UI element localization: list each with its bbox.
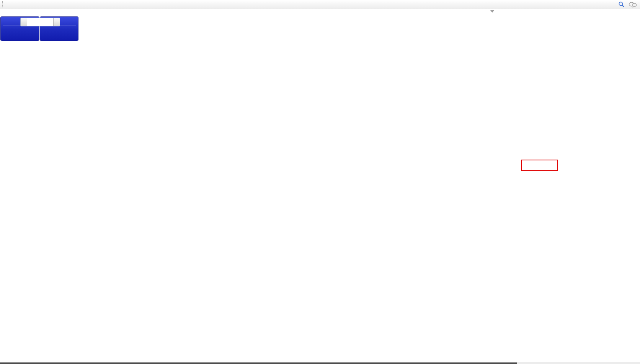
volume-input[interactable] [27,18,53,26]
toolbar-right [618,1,637,8]
volume-increase-button[interactable] [53,18,60,26]
chart-canvas[interactable] [0,0,640,364]
one-click-trading-panel [1,17,78,41]
toolbar [0,0,640,9]
price-callout-131433[interactable] [521,160,558,171]
chart-shift-marker-icon[interactable] [490,10,494,13]
volume-stepper [20,18,60,26]
volume-decrease-button[interactable] [21,18,27,26]
chat-icon[interactable] [629,2,637,8]
scrollbar-thumb[interactable] [0,362,517,364]
toolbar-separator [2,1,3,8]
chart-header [2,11,6,15]
horizontal-scrollbar[interactable] [0,362,640,364]
search-icon[interactable] [618,1,625,8]
